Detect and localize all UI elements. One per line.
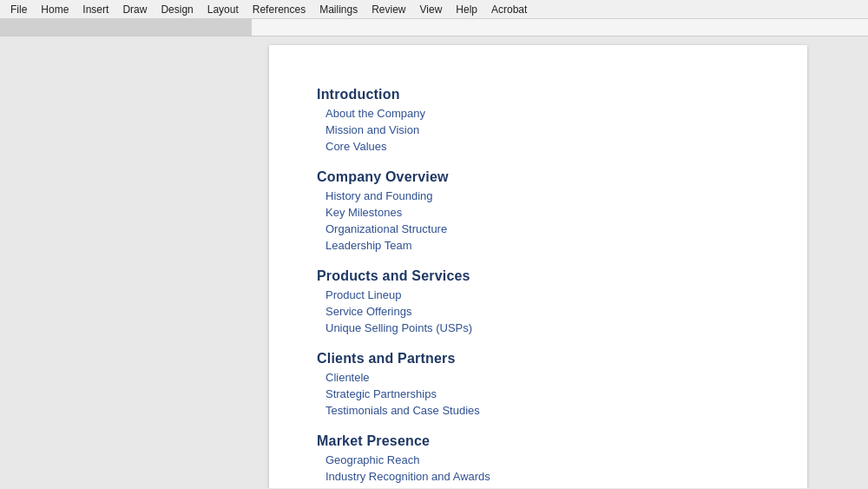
toc-heading-2: Products and Services [317, 268, 760, 284]
menu-item-review[interactable]: Review [365, 2, 412, 17]
menu-item-mailings[interactable]: Mailings [312, 2, 365, 17]
toc-section-4: Market PresenceGeographic ReachIndustry … [317, 433, 760, 488]
main-area: IntroductionAbout the CompanyMission and… [0, 36, 868, 488]
toc-item-1-1[interactable]: Key Milestones [326, 205, 760, 220]
document-area: IntroductionAbout the CompanyMission and… [252, 36, 868, 488]
menu-item-acrobat[interactable]: Acrobat [484, 2, 534, 17]
toc-item-2-1[interactable]: Service Offerings [326, 304, 760, 319]
toc-section-2: Products and ServicesProduct LineupServi… [317, 268, 760, 335]
toc-heading-3: Clients and Partners [317, 351, 760, 367]
toc-item-3-1[interactable]: Strategic Partnerships [326, 387, 760, 401]
menu-item-file[interactable]: File [3, 2, 34, 17]
toc-item-4-1[interactable]: Industry Recognition and Awards [326, 469, 760, 484]
document-page: IntroductionAbout the CompanyMission and… [269, 45, 807, 488]
toc-heading-0: Introduction [317, 87, 760, 102]
toc-section-1: Company OverviewHistory and FoundingKey … [317, 169, 760, 253]
toc-item-0-0[interactable]: About the Company [326, 106, 760, 121]
toc-item-1-0[interactable]: History and Founding [326, 188, 760, 203]
menu-bar: FileHomeInsertDrawDesignLayoutReferences… [0, 0, 868, 19]
menu-item-view[interactable]: View [413, 2, 450, 17]
toc-section-0: IntroductionAbout the CompanyMission and… [317, 87, 760, 154]
toc-heading-4: Market Presence [317, 433, 760, 449]
ruler-dark-section [0, 19, 252, 36]
toc-item-0-2[interactable]: Core Values [326, 139, 760, 154]
toc-item-1-2[interactable]: Organizational Structure [326, 221, 760, 236]
toc-section-3: Clients and PartnersClienteleStrategic P… [317, 351, 760, 418]
toc-container: IntroductionAbout the CompanyMission and… [317, 87, 760, 488]
toc-heading-1: Company Overview [317, 169, 760, 185]
ruler-content [252, 19, 868, 36]
toc-item-3-2[interactable]: Testimonials and Case Studies [326, 403, 760, 418]
toc-item-3-0[interactable]: Clientele [326, 370, 760, 385]
menu-item-insert[interactable]: Insert [76, 2, 115, 17]
toc-item-4-2[interactable]: Market Share and Position [326, 486, 760, 488]
menu-item-home[interactable]: Home [34, 2, 76, 17]
toc-item-1-3[interactable]: Leadership Team [326, 238, 760, 253]
toc-item-2-0[interactable]: Product Lineup [326, 287, 760, 302]
menu-item-design[interactable]: Design [154, 2, 200, 17]
menu-item-draw[interactable]: Draw [115, 2, 154, 17]
menu-item-layout[interactable]: Layout [201, 2, 246, 17]
toc-item-0-1[interactable]: Mission and Vision [326, 122, 760, 137]
toc-item-4-0[interactable]: Geographic Reach [326, 453, 760, 467]
menu-item-references[interactable]: References [246, 2, 312, 17]
sidebar [0, 36, 252, 488]
toc-item-2-2[interactable]: Unique Selling Points (USPs) [326, 320, 760, 335]
menu-item-help[interactable]: Help [449, 2, 484, 17]
ruler [0, 19, 868, 36]
